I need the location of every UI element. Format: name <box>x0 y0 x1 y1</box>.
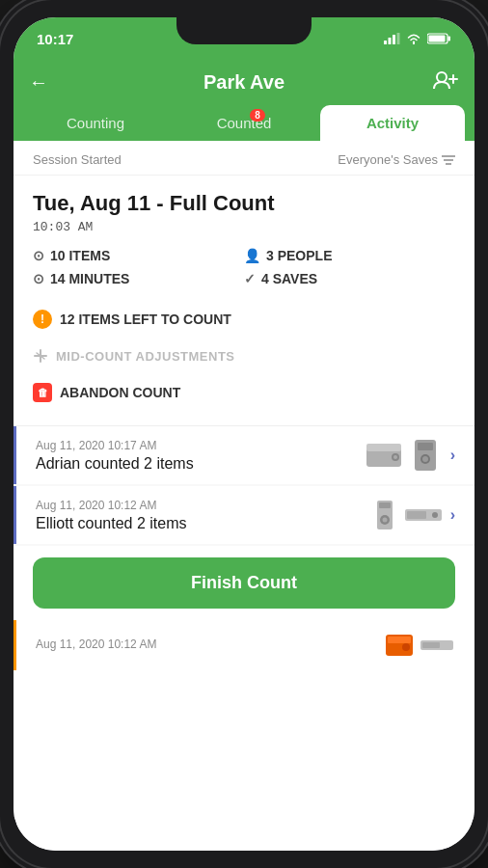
count-date: Tue, Aug 11 - Full Count <box>33 191 455 216</box>
counted-badge: 8 <box>250 109 265 122</box>
svg-rect-18 <box>418 443 433 450</box>
people-icon: 👤 <box>244 248 260 263</box>
thumb-orange <box>384 632 415 659</box>
abandon-count[interactable]: 🗑 ABANDON COUNT <box>33 375 455 414</box>
activity-item-3-thumbs <box>384 632 455 659</box>
activity-item-1-right: › <box>364 438 455 473</box>
items-left: ! 12 ITEMS LEFT TO COUNT <box>33 300 455 340</box>
activity-item-1-desc: Adrian counted 2 items <box>36 455 194 473</box>
chevron-right-icon-2: › <box>450 506 455 524</box>
session-header: Session Started Everyone's Saves <box>14 141 474 176</box>
svg-rect-5 <box>429 36 446 42</box>
activity-item-3-right <box>384 632 455 659</box>
thumb-tall-drive <box>369 498 400 532</box>
signal-icon <box>384 33 400 44</box>
phone-frame: 10:17 <box>0 0 488 868</box>
activity-item-2-left: Aug 11, 2020 10:12 AM Elliott counted 2 … <box>36 499 187 532</box>
stat-items: ⊙ 10 ITEMS <box>33 248 244 263</box>
activity-item-2-right: › <box>369 498 455 532</box>
tab-counting[interactable]: Counting <box>23 105 168 141</box>
warning-icon: ! <box>33 310 52 329</box>
finish-button-container: Finish Count <box>14 546 474 620</box>
tab-counted[interactable]: Counted 8 <box>172 105 316 141</box>
adjustments-icon <box>33 348 48 364</box>
check-icon: ✓ <box>244 271 256 286</box>
thumb-flat-drive <box>404 498 443 532</box>
svg-rect-3 <box>397 33 400 44</box>
svg-rect-26 <box>407 511 426 519</box>
thumb-flat-small <box>419 632 455 659</box>
activity-item-3-partial[interactable]: Aug 11, 2020 10:12 AM <box>14 620 474 670</box>
svg-rect-2 <box>393 35 395 44</box>
svg-rect-32 <box>422 642 440 648</box>
items-icon: ⊙ <box>33 248 44 263</box>
wifi-icon <box>406 33 421 44</box>
activity-item-2[interactable]: Aug 11, 2020 10:12 AM Elliott counted 2 … <box>14 486 474 544</box>
svg-rect-29 <box>388 637 411 643</box>
chevron-right-icon-1: › <box>450 447 455 464</box>
stat-saves: ✓ 4 SAVES <box>244 271 455 286</box>
phone-screen: 10:17 <box>14 17 474 851</box>
back-button[interactable]: ← <box>29 71 58 94</box>
finish-count-button[interactable]: Finish Count <box>33 557 455 609</box>
svg-point-27 <box>432 512 438 518</box>
stat-people: 👤 3 PEOPLE <box>244 248 455 263</box>
battery-icon <box>427 33 451 44</box>
session-started-label: Session Started <box>33 152 122 167</box>
status-icons <box>384 33 451 44</box>
svg-rect-6 <box>448 37 451 41</box>
filter-icon <box>442 154 455 166</box>
activity-item-2-desc: Elliott counted 2 items <box>36 515 187 532</box>
svg-rect-14 <box>366 444 401 451</box>
svg-point-20 <box>422 456 428 462</box>
activity-item-1-left: Aug 11, 2020 10:17 AM Adrian counted 2 i… <box>36 439 194 473</box>
thumb-hd-flat <box>364 438 404 473</box>
activity-item-1[interactable]: Aug 11, 2020 10:17 AM Adrian counted 2 i… <box>14 426 474 484</box>
time-icon: ⊙ <box>33 271 44 286</box>
svg-rect-22 <box>379 502 391 508</box>
svg-point-24 <box>382 518 387 523</box>
tab-activity[interactable]: Activity <box>320 105 465 141</box>
activity-feed: Aug 11, 2020 10:17 AM Adrian counted 2 i… <box>14 426 474 670</box>
svg-point-30 <box>402 643 410 651</box>
count-time: 10:03 AM <box>33 220 455 234</box>
activity-item-1-date: Aug 11, 2020 10:17 AM <box>36 439 194 452</box>
main-content: Session Started Everyone's Saves Tue, Au… <box>14 141 474 851</box>
tab-bar: Counting Counted 8 Activity <box>14 95 474 141</box>
app-header: ← Park Ave <box>14 60 474 95</box>
screen-content: ← Park Ave Counting Counted <box>14 60 474 851</box>
count-stats: ⊙ 10 ITEMS 👤 3 PEOPLE ⊙ 14 MINUTES ✓ <box>33 248 455 286</box>
activity-item-1-thumbs <box>364 438 443 473</box>
svg-rect-0 <box>384 41 387 44</box>
phone-notch <box>176 17 312 44</box>
add-people-button[interactable] <box>430 69 459 95</box>
thumb-tower <box>408 438 443 473</box>
trash-icon: 🗑 <box>33 383 52 402</box>
filter-control[interactable]: Everyone's Saves <box>338 152 455 167</box>
activity-item-3-left: Aug 11, 2020 10:12 AM <box>36 637 156 654</box>
status-time: 10:17 <box>37 31 73 47</box>
page-title: Park Ave <box>58 71 430 94</box>
svg-point-16 <box>393 455 397 459</box>
activity-item-3-date: Aug 11, 2020 10:12 AM <box>36 637 156 651</box>
count-title-section: Tue, Aug 11 - Full Count 10:03 AM ⊙ 10 I… <box>14 176 474 426</box>
stat-minutes: ⊙ 14 MINUTES <box>33 271 244 286</box>
svg-point-7 <box>437 72 447 82</box>
activity-item-2-date: Aug 11, 2020 10:12 AM <box>36 499 187 512</box>
svg-rect-1 <box>389 38 392 44</box>
activity-item-2-thumbs <box>369 498 443 532</box>
mid-count-adjustments[interactable]: MID-COUNT ADJUSTMENTS <box>33 340 455 375</box>
